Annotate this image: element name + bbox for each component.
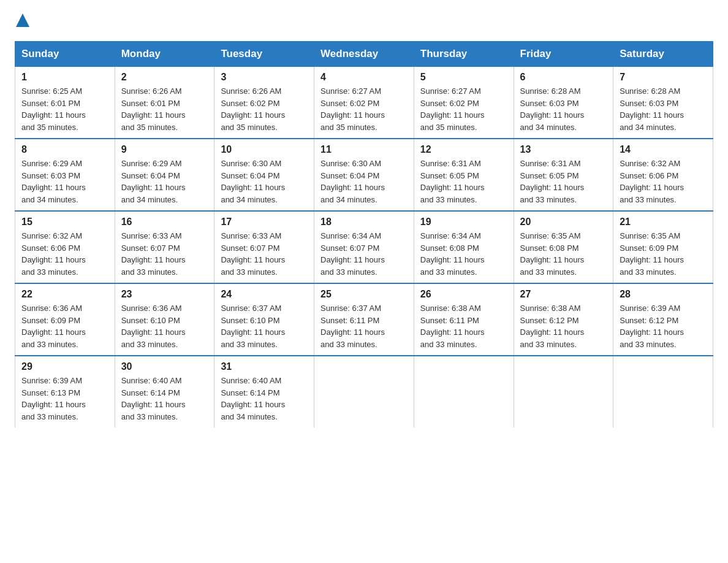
calendar-cell: 21Sunrise: 6:35 AMSunset: 6:09 PMDayligh…	[613, 211, 713, 283]
page-header	[15, 15, 713, 29]
day-number: 9	[121, 144, 208, 155]
calendar-cell: 2Sunrise: 6:26 AMSunset: 6:01 PMDaylight…	[115, 67, 214, 139]
day-info: Sunrise: 6:29 AMSunset: 6:04 PMDaylight:…	[121, 158, 208, 205]
calendar-cell: 20Sunrise: 6:35 AMSunset: 6:08 PMDayligh…	[514, 211, 613, 283]
day-number: 23	[121, 289, 208, 300]
day-info: Sunrise: 6:35 AMSunset: 6:08 PMDaylight:…	[520, 230, 607, 278]
day-header-monday: Monday	[115, 42, 214, 67]
day-number: 6	[520, 72, 607, 83]
day-number: 28	[620, 289, 707, 300]
day-info: Sunrise: 6:37 AMSunset: 6:10 PMDaylight:…	[221, 302, 308, 350]
calendar-cell: 26Sunrise: 6:38 AMSunset: 6:11 PMDayligh…	[414, 283, 514, 356]
day-info: Sunrise: 6:30 AMSunset: 6:04 PMDaylight:…	[221, 158, 308, 205]
day-number: 31	[221, 361, 308, 372]
calendar-cell: 10Sunrise: 6:30 AMSunset: 6:04 PMDayligh…	[214, 139, 314, 211]
day-number: 19	[420, 216, 507, 228]
day-info: Sunrise: 6:31 AMSunset: 6:05 PMDaylight:…	[520, 158, 607, 205]
calendar-cell: 16Sunrise: 6:33 AMSunset: 6:07 PMDayligh…	[115, 211, 214, 283]
calendar-cell: 15Sunrise: 6:32 AMSunset: 6:06 PMDayligh…	[15, 211, 115, 283]
day-header-tuesday: Tuesday	[214, 42, 314, 67]
calendar-week-row: 29Sunrise: 6:39 AMSunset: 6:13 PMDayligh…	[15, 356, 713, 427]
calendar-cell: 17Sunrise: 6:33 AMSunset: 6:07 PMDayligh…	[214, 211, 314, 283]
day-number: 18	[320, 216, 408, 228]
day-info: Sunrise: 6:32 AMSunset: 6:06 PMDaylight:…	[21, 230, 108, 278]
day-number: 8	[21, 144, 108, 155]
day-info: Sunrise: 6:31 AMSunset: 6:05 PMDaylight:…	[420, 158, 507, 205]
calendar-header-row: SundayMondayTuesdayWednesdayThursdayFrid…	[15, 42, 713, 67]
calendar-cell: 4Sunrise: 6:27 AMSunset: 6:02 PMDaylight…	[314, 67, 414, 139]
calendar-cell: 5Sunrise: 6:27 AMSunset: 6:02 PMDaylight…	[414, 67, 514, 139]
day-info: Sunrise: 6:32 AMSunset: 6:06 PMDaylight:…	[620, 158, 707, 205]
day-info: Sunrise: 6:28 AMSunset: 6:03 PMDaylight:…	[520, 85, 607, 133]
calendar-cell: 9Sunrise: 6:29 AMSunset: 6:04 PMDaylight…	[115, 139, 214, 211]
day-number: 24	[221, 289, 308, 300]
day-number: 22	[21, 289, 108, 300]
day-number: 16	[121, 216, 208, 228]
calendar-cell: 3Sunrise: 6:26 AMSunset: 6:02 PMDaylight…	[214, 67, 314, 139]
day-header-thursday: Thursday	[414, 42, 514, 67]
calendar-cell: 14Sunrise: 6:32 AMSunset: 6:06 PMDayligh…	[613, 139, 713, 211]
logo-arrow-icon	[16, 13, 29, 27]
day-info: Sunrise: 6:25 AMSunset: 6:01 PMDaylight:…	[21, 85, 108, 133]
day-info: Sunrise: 6:27 AMSunset: 6:02 PMDaylight:…	[320, 85, 408, 133]
calendar-cell: 31Sunrise: 6:40 AMSunset: 6:14 PMDayligh…	[214, 356, 314, 427]
day-header-wednesday: Wednesday	[314, 42, 414, 67]
day-info: Sunrise: 6:39 AMSunset: 6:13 PMDaylight:…	[21, 375, 108, 423]
calendar-cell: 13Sunrise: 6:31 AMSunset: 6:05 PMDayligh…	[514, 139, 613, 211]
calendar-cell	[514, 356, 613, 427]
day-number: 14	[620, 144, 707, 155]
day-info: Sunrise: 6:28 AMSunset: 6:03 PMDaylight:…	[620, 85, 707, 133]
calendar-cell: 1Sunrise: 6:25 AMSunset: 6:01 PMDaylight…	[15, 67, 115, 139]
day-number: 13	[520, 144, 607, 155]
day-info: Sunrise: 6:30 AMSunset: 6:04 PMDaylight:…	[320, 158, 408, 205]
calendar-week-row: 22Sunrise: 6:36 AMSunset: 6:09 PMDayligh…	[15, 283, 713, 356]
day-number: 20	[520, 216, 607, 228]
day-info: Sunrise: 6:34 AMSunset: 6:07 PMDaylight:…	[320, 230, 408, 278]
day-number: 12	[420, 144, 507, 155]
calendar-cell: 23Sunrise: 6:36 AMSunset: 6:10 PMDayligh…	[115, 283, 214, 356]
logo	[15, 15, 29, 29]
day-number: 7	[620, 72, 707, 83]
calendar-table: SundayMondayTuesdayWednesdayThursdayFrid…	[15, 41, 713, 427]
calendar-cell: 25Sunrise: 6:37 AMSunset: 6:11 PMDayligh…	[314, 283, 414, 356]
day-number: 25	[320, 289, 408, 300]
day-info: Sunrise: 6:40 AMSunset: 6:14 PMDaylight:…	[221, 375, 308, 423]
day-info: Sunrise: 6:26 AMSunset: 6:01 PMDaylight:…	[121, 85, 208, 133]
day-number: 1	[21, 72, 108, 83]
day-info: Sunrise: 6:33 AMSunset: 6:07 PMDaylight:…	[121, 230, 208, 278]
day-number: 5	[420, 72, 507, 83]
day-info: Sunrise: 6:34 AMSunset: 6:08 PMDaylight:…	[420, 230, 507, 278]
calendar-week-row: 1Sunrise: 6:25 AMSunset: 6:01 PMDaylight…	[15, 67, 713, 139]
day-info: Sunrise: 6:29 AMSunset: 6:03 PMDaylight:…	[21, 158, 108, 205]
day-info: Sunrise: 6:36 AMSunset: 6:09 PMDaylight:…	[21, 302, 108, 350]
day-number: 17	[221, 216, 308, 228]
calendar-cell: 24Sunrise: 6:37 AMSunset: 6:10 PMDayligh…	[214, 283, 314, 356]
day-number: 15	[21, 216, 108, 228]
calendar-cell: 28Sunrise: 6:39 AMSunset: 6:12 PMDayligh…	[613, 283, 713, 356]
calendar-cell	[414, 356, 514, 427]
day-number: 4	[320, 72, 408, 83]
day-info: Sunrise: 6:38 AMSunset: 6:11 PMDaylight:…	[420, 302, 507, 350]
day-number: 27	[520, 289, 607, 300]
day-info: Sunrise: 6:27 AMSunset: 6:02 PMDaylight:…	[420, 85, 507, 133]
day-info: Sunrise: 6:35 AMSunset: 6:09 PMDaylight:…	[620, 230, 707, 278]
calendar-cell	[613, 356, 713, 427]
day-number: 11	[320, 144, 408, 155]
calendar-cell	[314, 356, 414, 427]
day-info: Sunrise: 6:26 AMSunset: 6:02 PMDaylight:…	[221, 85, 308, 133]
calendar-week-row: 15Sunrise: 6:32 AMSunset: 6:06 PMDayligh…	[15, 211, 713, 283]
calendar-cell: 11Sunrise: 6:30 AMSunset: 6:04 PMDayligh…	[314, 139, 414, 211]
calendar-cell: 30Sunrise: 6:40 AMSunset: 6:14 PMDayligh…	[115, 356, 214, 427]
day-header-saturday: Saturday	[613, 42, 713, 67]
day-info: Sunrise: 6:39 AMSunset: 6:12 PMDaylight:…	[620, 302, 707, 350]
calendar-cell: 8Sunrise: 6:29 AMSunset: 6:03 PMDaylight…	[15, 139, 115, 211]
calendar-cell: 22Sunrise: 6:36 AMSunset: 6:09 PMDayligh…	[15, 283, 115, 356]
day-info: Sunrise: 6:33 AMSunset: 6:07 PMDaylight:…	[221, 230, 308, 278]
day-info: Sunrise: 6:37 AMSunset: 6:11 PMDaylight:…	[320, 302, 408, 350]
day-number: 10	[221, 144, 308, 155]
calendar-cell: 27Sunrise: 6:38 AMSunset: 6:12 PMDayligh…	[514, 283, 613, 356]
day-info: Sunrise: 6:36 AMSunset: 6:10 PMDaylight:…	[121, 302, 208, 350]
calendar-cell: 18Sunrise: 6:34 AMSunset: 6:07 PMDayligh…	[314, 211, 414, 283]
day-number: 21	[620, 216, 707, 228]
day-info: Sunrise: 6:38 AMSunset: 6:12 PMDaylight:…	[520, 302, 607, 350]
